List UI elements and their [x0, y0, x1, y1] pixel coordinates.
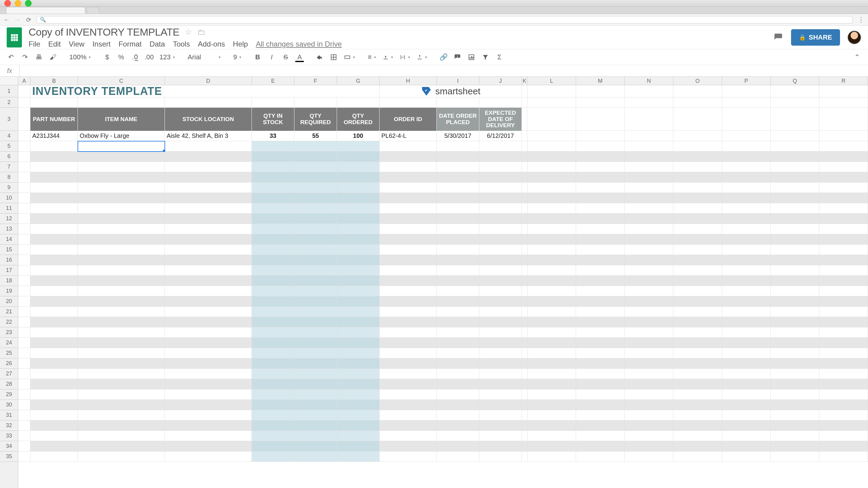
cell-I28[interactable]: [437, 379, 479, 390]
zoom-dropdown[interactable]: 100%▾: [67, 52, 92, 63]
cell-L3[interactable]: [527, 108, 576, 131]
cell-D13[interactable]: [165, 224, 252, 234]
cell-B1[interactable]: INVENTORY TEMPLATE: [30, 85, 379, 97]
cell-M12[interactable]: [576, 214, 625, 224]
cell-I3[interactable]: DATE ORDER PLACED: [437, 108, 479, 131]
cell-N11[interactable]: [625, 203, 673, 214]
row-header-27[interactable]: 27: [0, 369, 18, 379]
cell-C24[interactable]: [78, 338, 165, 348]
cell-N25[interactable]: [625, 348, 673, 358]
cell-Q6[interactable]: [771, 152, 819, 162]
cell-J9[interactable]: [479, 183, 522, 193]
cell-C28[interactable]: [78, 379, 165, 390]
cell-J20[interactable]: [479, 296, 522, 307]
horizontal-align-button[interactable]: ≡▾: [366, 52, 378, 63]
star-icon[interactable]: ☆: [185, 27, 192, 37]
cell-N34[interactable]: [625, 441, 673, 452]
cell-G28[interactable]: [337, 379, 379, 390]
cell-N16[interactable]: [625, 255, 673, 265]
cell-A25[interactable]: [18, 348, 30, 358]
cell-F15[interactable]: [294, 245, 337, 255]
row-header-29[interactable]: 29: [0, 390, 18, 400]
cell-N23[interactable]: [625, 327, 673, 338]
cell-I20[interactable]: [437, 296, 479, 307]
cell-D19[interactable]: [165, 286, 252, 296]
filter-button[interactable]: [480, 52, 491, 63]
cell-H16[interactable]: [379, 255, 437, 265]
row-header-14[interactable]: 14: [0, 234, 18, 245]
text-rotation-button[interactable]: ▾: [415, 52, 429, 63]
cell-O7[interactable]: [673, 162, 722, 172]
cell-B19[interactable]: [30, 286, 78, 296]
cell-B33[interactable]: [30, 431, 78, 441]
cell-I22[interactable]: [437, 317, 479, 327]
cell-K9[interactable]: [522, 183, 527, 193]
text-color-button[interactable]: A: [294, 52, 305, 63]
cell-R4[interactable]: [819, 131, 868, 141]
cell-N28[interactable]: [625, 379, 673, 390]
cell-I15[interactable]: [437, 245, 479, 255]
cell-F4[interactable]: 55: [294, 131, 337, 141]
cell-K5[interactable]: [522, 141, 527, 152]
cell-A32[interactable]: [18, 421, 30, 431]
number-format-dropdown[interactable]: 123▾: [158, 52, 177, 63]
cell-R9[interactable]: [819, 183, 868, 193]
cell-R21[interactable]: [819, 307, 868, 317]
cell-G20[interactable]: [337, 296, 379, 307]
cell-J25[interactable]: [479, 348, 522, 358]
cell-J32[interactable]: [479, 421, 522, 431]
cell-O4[interactable]: [673, 131, 722, 141]
cell-K30[interactable]: [522, 400, 527, 410]
cell-A1[interactable]: [18, 85, 30, 97]
cell-D5[interactable]: [165, 141, 252, 152]
cell-D34[interactable]: [165, 441, 252, 452]
undo-button[interactable]: ↶: [5, 52, 17, 63]
cell-J6[interactable]: [479, 152, 522, 162]
cell-O23[interactable]: [673, 327, 722, 338]
cell-I34[interactable]: [437, 441, 479, 452]
cell-Q4[interactable]: [771, 131, 819, 141]
cell-K13[interactable]: [522, 224, 527, 234]
text-wrap-button[interactable]: ▾: [398, 52, 412, 63]
cell-M30[interactable]: [576, 400, 625, 410]
cell-C19[interactable]: [78, 286, 165, 296]
cell-J11[interactable]: [479, 203, 522, 214]
cell-C32[interactable]: [78, 421, 165, 431]
cell-P8[interactable]: [722, 172, 771, 183]
cell-B13[interactable]: [30, 224, 78, 234]
cell-D11[interactable]: [165, 203, 252, 214]
cell-G19[interactable]: [337, 286, 379, 296]
cell-A16[interactable]: [18, 255, 30, 265]
cell-Q8[interactable]: [771, 172, 819, 183]
column-header-I[interactable]: I: [437, 77, 479, 85]
cell-A19[interactable]: [18, 286, 30, 296]
cell-C18[interactable]: [78, 276, 165, 286]
cell-C29[interactable]: [78, 390, 165, 400]
menu-format[interactable]: Format: [119, 40, 142, 49]
cell-I32[interactable]: [437, 421, 479, 431]
cell-C35[interactable]: [78, 452, 165, 462]
row-header-9[interactable]: 9: [0, 183, 18, 193]
cell-A26[interactable]: [18, 358, 30, 369]
cell-A7[interactable]: [18, 162, 30, 172]
redo-button[interactable]: ↷: [20, 52, 30, 63]
close-window-icon[interactable]: [4, 0, 11, 7]
cell-R28[interactable]: [819, 379, 868, 390]
cell-F18[interactable]: [294, 276, 337, 286]
cell-Q22[interactable]: [771, 317, 819, 327]
cell-Q24[interactable]: [771, 338, 819, 348]
cell-L5[interactable]: [527, 141, 576, 152]
cell-K34[interactable]: [522, 441, 527, 452]
cell-F14[interactable]: [294, 234, 337, 245]
cell-J17[interactable]: [479, 265, 522, 276]
cell-J29[interactable]: [479, 390, 522, 400]
cell-K10[interactable]: [522, 193, 527, 203]
cell-G8[interactable]: [337, 172, 379, 183]
cell-Q17[interactable]: [771, 265, 819, 276]
fullscreen-window-icon[interactable]: [25, 0, 32, 7]
cell-R13[interactable]: [819, 224, 868, 234]
cell-P7[interactable]: [722, 162, 771, 172]
cell-H17[interactable]: [379, 265, 437, 276]
cell-Q26[interactable]: [771, 358, 819, 369]
cell-I25[interactable]: [437, 348, 479, 358]
